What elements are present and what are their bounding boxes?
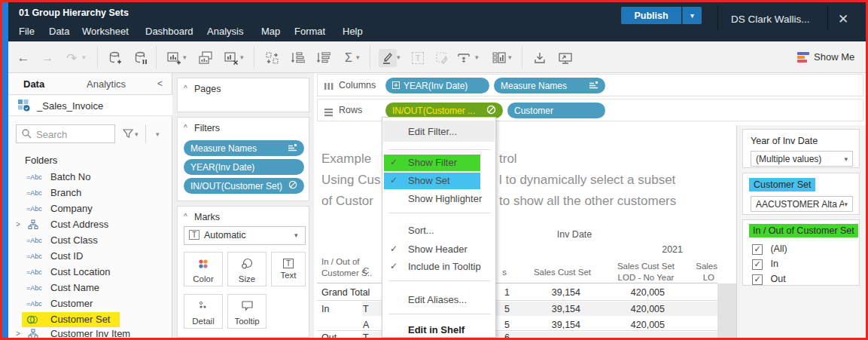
tab-data[interactable]: Data [23, 73, 44, 94]
expander-icon[interactable]: > [16, 220, 20, 228]
tab-analytics[interactable]: Analytics [87, 73, 126, 94]
publish-dropdown-caret-icon[interactable]: ▾ [682, 7, 702, 24]
datasource-row[interactable]: _Sales_Invoice [8, 95, 172, 116]
fit-selector-icon[interactable] [455, 49, 474, 67]
collapse-chevron-icon[interactable]: ^ [184, 213, 187, 221]
new-datasource-icon[interactable] [106, 49, 124, 67]
collapse-chevron-icon[interactable]: ^ [184, 84, 187, 93]
menu-map[interactable]: Map [261, 26, 280, 37]
filter-pill-measure-names[interactable]: Measure Names [184, 140, 304, 156]
totals-caret-icon[interactable]: ▾ [356, 54, 360, 61]
undo-back-icon[interactable]: ← [14, 49, 32, 67]
view-options-caret-icon[interactable]: ▾ [156, 130, 160, 138]
download-icon[interactable] [531, 49, 549, 67]
inout-filter-title: In / Out of Customer Set [749, 224, 858, 237]
menu-item-sort[interactable]: Sort... [408, 225, 434, 236]
filter-pill-year-inv-date[interactable]: YEAR(Inv Date) [184, 159, 304, 175]
search-icon [21, 128, 32, 142]
menu-format[interactable]: Format [294, 26, 325, 37]
pause-updates-icon[interactable] [132, 49, 150, 67]
menu-item-show-highlighter[interactable]: Show Highlighter [408, 193, 482, 204]
dropdown-caret-icon: ▾ [844, 155, 848, 163]
filter-pill-inout-customer-set[interactable]: IN/OUT(Customer Set) [184, 178, 304, 194]
expander-icon[interactable]: > [16, 329, 20, 338]
collapse-panel-icon[interactable]: < [157, 78, 163, 89]
menu-item-show-set[interactable]: Show Set [408, 175, 450, 186]
highlight-icon[interactable] [379, 49, 397, 67]
clear-sheet-icon[interactable] [222, 49, 240, 67]
tooltip-button[interactable]: Tooltip [227, 294, 266, 329]
checkbox-row-out[interactable]: ✓ Out [752, 271, 786, 285]
menu-help[interactable]: Help [343, 26, 363, 37]
detail-button[interactable]: Detail [184, 294, 223, 329]
cards-caret-icon[interactable]: ▾ [508, 54, 512, 61]
swap-rows-columns-icon[interactable] [263, 49, 281, 67]
menu-worksheet[interactable]: Worksheet [82, 26, 129, 37]
mark-type-value: Automatic [204, 230, 246, 240]
columns-shelf[interactable]: Columns YEAR(Inv Date) Measure Names [317, 74, 863, 96]
collapse-chevron-icon[interactable]: ^ [184, 124, 187, 132]
columns-pill-year-inv-date[interactable]: YEAR(Inv Date) [385, 78, 489, 93]
checkbox-row-all[interactable]: ✓ (All) [752, 241, 787, 255]
folders-heading: Folders [25, 155, 57, 166]
menu-item-edit-aliases[interactable]: Edit Aliases... [408, 294, 467, 305]
menu-file[interactable]: File [19, 26, 35, 37]
table-cell-fragment: 1 [499, 287, 510, 298]
set-control-value: AACUSTOMER Alta Ace [756, 199, 844, 210]
tooltip-bubble-icon [241, 300, 254, 315]
menu-item-include-in-tooltip[interactable]: Include in Tooltip [408, 261, 481, 272]
new-worksheet-icon[interactable] [165, 49, 183, 67]
fit-caret-icon[interactable]: ▾ [475, 54, 479, 61]
highlight-caret-icon[interactable]: ▾ [397, 54, 400, 61]
rows-pill-inout-customer-set[interactable]: IN/OUT(Customer ... [385, 103, 503, 118]
sort-ascending-icon[interactable] [288, 49, 306, 67]
tableau-window: 01 Group Hierarchy Sets File Data Worksh… [0, 0, 868, 340]
text-button[interactable]: T Text [271, 252, 306, 286]
clear-sheet-caret-icon[interactable]: ▾ [240, 54, 244, 61]
totals-sigma-icon[interactable]: Σ [340, 49, 358, 67]
menu-data[interactable]: Data [49, 26, 69, 37]
pill-label: YEAR(Inv Date) [404, 81, 483, 91]
menu-item-show-header[interactable]: Show Header [408, 244, 468, 255]
sort-descending-icon[interactable] [314, 49, 332, 67]
checkbox-all[interactable]: ✓ [752, 244, 763, 255]
tooltip-button-label: Tooltip [228, 317, 266, 326]
marks-card-title: Marks [194, 212, 220, 222]
search-input[interactable]: Search [16, 124, 115, 143]
menu-analysis[interactable]: Analysis [207, 26, 243, 37]
user-account-label[interactable]: DS Clark Wallis... [731, 14, 810, 25]
string-field-icon: =Abc [26, 237, 42, 244]
menu-separator [388, 280, 491, 281]
publish-button[interactable]: Publish [621, 7, 681, 24]
size-button[interactable]: Size [227, 252, 266, 286]
show-me-button[interactable]: Show Me [814, 51, 854, 63]
string-field-icon: =Abc [26, 300, 42, 308]
pill-context-menu: Edit Filter... ✓ Show Filter ✓ Show Set … [382, 117, 496, 338]
color-button[interactable]: Color [184, 252, 223, 286]
lod-header-line2: LOD - No Year [605, 273, 687, 282]
sales-cust-set-header: Sales Cust Set [520, 268, 605, 277]
checkbox-row-in[interactable]: ✓ In [752, 256, 778, 270]
rows-pill-customer[interactable]: Customer [507, 103, 605, 118]
field-filter-funnel-icon[interactable] [123, 128, 133, 142]
menu-item-show-filter[interactable]: Show Filter [408, 157, 457, 168]
funnel-caret-icon[interactable]: ▾ [135, 130, 139, 138]
menu-dashboard[interactable]: Dashboard [145, 26, 193, 37]
title-bar: 01 Group Hierarchy Sets File Data Worksh… [2, 2, 866, 41]
show-hide-cards-icon[interactable] [490, 49, 508, 67]
set-control-dropdown[interactable]: AACUSTOMER Alta Ace ▾ [751, 196, 853, 212]
mark-type-dropdown[interactable]: T Automatic ▾ [184, 226, 306, 245]
columns-pill-measure-names[interactable]: Measure Names [494, 78, 605, 93]
new-worksheet-caret-icon[interactable]: ▾ [183, 54, 187, 61]
duplicate-sheet-icon[interactable] [196, 49, 215, 67]
checkbox-in[interactable]: ✓ [752, 259, 763, 270]
checkbox-out[interactable]: ✓ [752, 274, 763, 285]
table-cell-fragment: 5 [499, 320, 510, 330]
presentation-mode-icon[interactable] [556, 49, 574, 67]
menu-item-edit-filter[interactable]: Edit Filter... [408, 126, 457, 137]
close-icon[interactable]: ✕ [838, 11, 848, 27]
set-control-title: Customer Set [749, 178, 815, 191]
year-filter-dropdown[interactable]: (Multiple values) ▾ [751, 151, 853, 167]
menu-item-edit-in-shelf[interactable]: Edit in Shelf [408, 324, 464, 335]
show-me-icon[interactable] [797, 52, 809, 63]
